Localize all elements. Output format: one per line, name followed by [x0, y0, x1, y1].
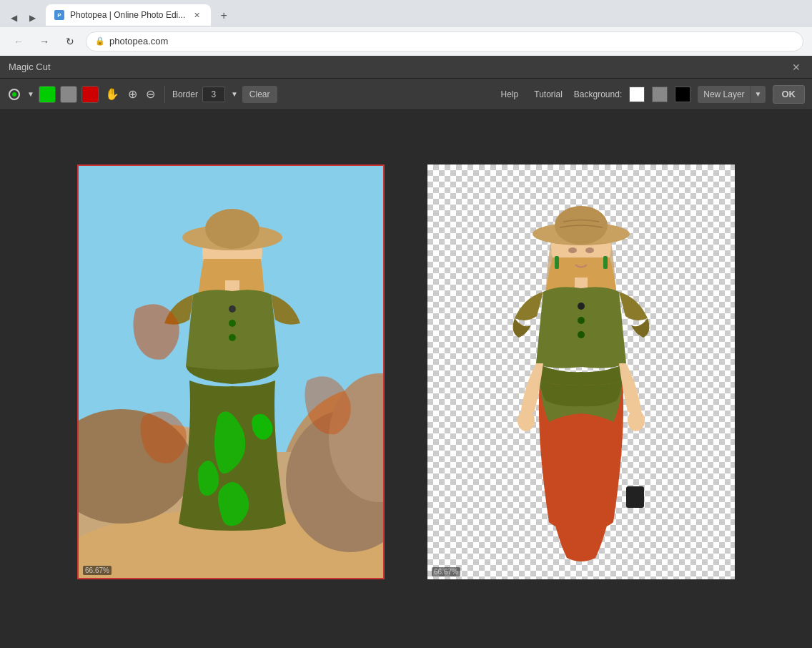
- toolbar-right: Help Tutorial Background: New Layer ▼ OK: [497, 85, 805, 104]
- border-label: Border: [172, 89, 198, 99]
- left-panel: 66.67%: [77, 165, 385, 579]
- zoom-in-btn[interactable]: ⊕: [126, 85, 139, 103]
- brush-tool[interactable]: [7, 87, 21, 102]
- right-canvas[interactable]: 66.67%: [427, 165, 735, 579]
- tab-close-btn[interactable]: ✕: [191, 9, 202, 21]
- green-color-swatch[interactable]: [39, 86, 56, 103]
- svg-point-23: [578, 303, 585, 310]
- new-layer-wrapper: New Layer ▼: [698, 86, 765, 103]
- svg-point-27: [628, 410, 645, 431]
- svg-point-12: [229, 305, 236, 313]
- title-bar: Magic Cut ✕: [0, 56, 812, 79]
- main-content: 66.67%: [0, 110, 812, 634]
- new-layer-btn[interactable]: New Layer: [698, 89, 750, 99]
- svg-point-13: [229, 320, 236, 327]
- background-label: Background:: [574, 89, 622, 99]
- reload-btn[interactable]: ↻: [60, 31, 80, 51]
- new-layer-dropdown-arrow[interactable]: ▼: [751, 86, 766, 103]
- bg-gray-swatch[interactable]: [652, 87, 668, 102]
- zoom-out-icon: ⊖: [146, 87, 155, 101]
- border-dropdown-arrow[interactable]: ▼: [231, 90, 238, 98]
- hand-tool-btn[interactable]: ✋: [103, 85, 122, 103]
- svg-rect-28: [626, 486, 644, 508]
- tab-controls: ◀ ▶: [6, 10, 46, 26]
- tab-favicon: P: [54, 10, 64, 20]
- app-title: Magic Cut: [9, 62, 789, 72]
- help-btn[interactable]: Help: [497, 87, 523, 102]
- tutorial-btn[interactable]: Tutorial: [530, 87, 567, 102]
- forward-btn[interactable]: →: [34, 31, 54, 51]
- url-text: photopea.com: [109, 36, 168, 46]
- new-tab-btn[interactable]: +: [214, 6, 234, 26]
- brush-circle: [9, 89, 20, 100]
- svg-rect-20: [603, 256, 608, 269]
- url-box[interactable]: 🔒 photopea.com: [86, 31, 803, 51]
- active-tab[interactable]: P Photopea | Online Photo Edi... ✕: [46, 4, 211, 26]
- brush-dropdown-arrow[interactable]: ▼: [27, 90, 34, 98]
- ok-btn[interactable]: OK: [773, 85, 806, 104]
- address-bar: ← → ↻ 🔒 photopea.com: [0, 26, 812, 56]
- svg-point-24: [578, 317, 585, 324]
- toolbar: ▼ ✋ ⊕ ⊖ Border ▼ Clear Help Tutorial Bac…: [0, 79, 812, 110]
- right-zoom-label: 66.67%: [432, 567, 460, 576]
- svg-point-26: [518, 410, 535, 431]
- left-zoom-label: 66.67%: [83, 566, 112, 575]
- svg-point-18: [568, 247, 577, 253]
- left-canvas[interactable]: 66.67%: [77, 165, 385, 579]
- tab-title: Photopea | Online Photo Edi...: [70, 10, 185, 20]
- svg-point-19: [585, 247, 594, 253]
- back-btn[interactable]: ←: [9, 31, 29, 51]
- brush-dot: [12, 92, 16, 97]
- clear-btn[interactable]: Clear: [242, 86, 277, 103]
- bg-white-swatch[interactable]: [629, 87, 645, 102]
- app-window: Magic Cut ✕ ▼ ✋ ⊕ ⊖ Border ▼: [0, 56, 812, 634]
- lock-icon: 🔒: [95, 36, 105, 46]
- zoom-in-icon: ⊕: [128, 87, 137, 101]
- red-color-swatch[interactable]: [81, 86, 99, 103]
- zoom-out-btn[interactable]: ⊖: [144, 85, 157, 103]
- tab-forward-btn[interactable]: ▶: [24, 10, 40, 26]
- tab-bar: ◀ ▶ P Photopea | Online Photo Edi... ✕ +: [0, 0, 812, 26]
- bg-black-swatch[interactable]: [675, 87, 690, 102]
- gray-color-swatch[interactable]: [60, 86, 77, 103]
- svg-rect-21: [555, 256, 559, 269]
- svg-point-10: [205, 209, 259, 249]
- svg-point-14: [229, 334, 236, 341]
- hand-icon: ✋: [105, 87, 119, 101]
- tab-back-btn[interactable]: ◀: [6, 10, 21, 26]
- right-panel: 66.67%: [427, 165, 735, 579]
- browser-chrome: ◀ ▶ P Photopea | Online Photo Edi... ✕ +…: [0, 0, 812, 56]
- border-input[interactable]: [202, 87, 225, 102]
- separator-1: [164, 86, 165, 103]
- svg-point-25: [578, 331, 585, 338]
- window-close-btn[interactable]: ✕: [789, 60, 803, 74]
